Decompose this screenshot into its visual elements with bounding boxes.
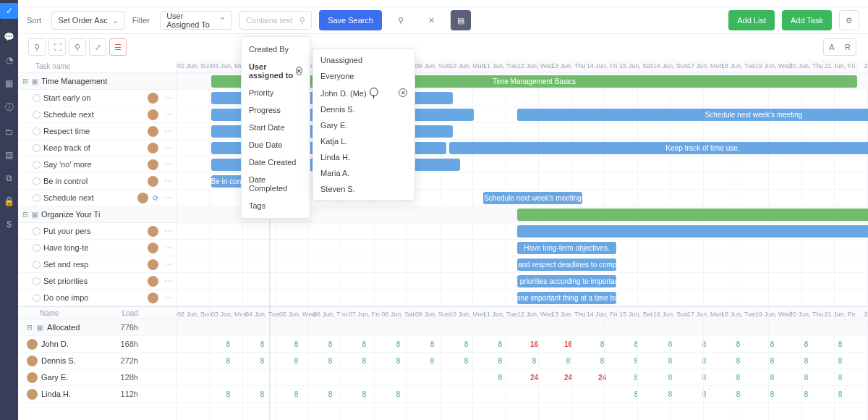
nav-money-icon[interactable]: $ [7, 219, 12, 230]
zoom-out-icon[interactable]: ⚲ [69, 38, 86, 56]
group-row[interactable]: ⊟▣Organize Your Ti [18, 206, 176, 223]
filter-menu-item[interactable]: Created By [242, 41, 310, 58]
checkmark-icon[interactable] [33, 261, 41, 269]
alloc-row[interactable]: John D.168h [18, 336, 176, 353]
search-input[interactable]: Contains text ⚲ [239, 11, 312, 30]
fullscreen-icon[interactable]: ⤢ [89, 38, 106, 56]
user-filter-menu[interactable]: UnassignedEveryoneJohn D. (Me)✕Dennis S.… [312, 49, 415, 201]
user-menu-item[interactable]: Linda H. [313, 149, 414, 165]
gantt-bar[interactable]: Set and respect deadlines to complete [517, 259, 616, 271]
nav-clock-icon[interactable]: ◔ [6, 55, 13, 65]
filter-dropdown[interactable]: User Assigned To ⌃ [160, 11, 232, 30]
user-menu-item[interactable]: Everyone [313, 68, 414, 84]
nav-lock-icon[interactable]: 🔒 [4, 196, 14, 206]
checkmark-icon[interactable] [33, 194, 41, 202]
user-menu-item[interactable]: Katja L. [313, 133, 414, 149]
group-row[interactable]: ⊟▣Time Management [18, 73, 176, 90]
view-toggle[interactable]: A R [823, 38, 856, 56]
more-icon[interactable]: ⋯ [164, 243, 174, 253]
more-icon[interactable]: ⋯ [164, 143, 174, 153]
task-row[interactable]: Set and resp⋯ [18, 256, 176, 273]
task-row[interactable]: Do one impo⋯ [18, 290, 176, 306]
checkmark-icon[interactable] [33, 94, 41, 102]
task-row[interactable]: Set priorities⋯ [18, 273, 176, 290]
more-icon[interactable]: ⋯ [164, 109, 174, 119]
toggle-r[interactable]: R [840, 39, 856, 55]
nav-info-icon[interactable]: ⓘ [5, 101, 14, 114]
task-row[interactable]: Say 'no' more⋯ [18, 156, 176, 173]
gantt-bar[interactable]: Schedule next week's meeting [483, 192, 582, 204]
remove-icon[interactable]: ✕ [296, 67, 302, 75]
user-menu-item[interactable]: John D. (Me)✕ [313, 84, 414, 101]
task-row[interactable]: Schedule next⟳⋯ [18, 190, 176, 206]
filter-field-menu[interactable]: Created ByUser assigned to✕PriorityProgr… [241, 36, 310, 219]
add-list-button[interactable]: Add List [728, 10, 775, 30]
checkmark-icon[interactable] [33, 127, 41, 135]
task-row[interactable]: Put your pers⋯ [18, 223, 176, 240]
user-menu-item[interactable]: Gary E. [313, 117, 414, 133]
more-icon[interactable]: ⋯ [164, 176, 174, 186]
checkmark-icon[interactable] [33, 161, 41, 169]
user-menu-item[interactable]: Unassigned [313, 52, 414, 68]
gantt-bar[interactable] [517, 209, 868, 221]
filter-menu-item[interactable]: Date Completed [242, 171, 310, 197]
gantt-bar[interactable]: Set priorities according to importance [517, 275, 616, 287]
nav-chart-icon[interactable]: ▤ [5, 150, 13, 160]
checkmark-icon[interactable] [33, 111, 41, 119]
clear-filter-icon[interactable]: ✕ [420, 10, 443, 30]
zoom-fit-icon[interactable]: ⛶ [48, 38, 66, 56]
filter-menu-item[interactable]: User assigned to✕ [242, 58, 310, 84]
more-icon[interactable]: ⋯ [164, 93, 174, 103]
more-icon[interactable]: ⋯ [164, 226, 174, 236]
nav-chat-icon[interactable]: 💬 [4, 32, 14, 42]
list-view-icon[interactable]: ☰ [109, 38, 127, 56]
nav-folder-icon[interactable]: 🗀 [5, 127, 14, 137]
filter-menu-item[interactable]: Start Date [242, 119, 310, 136]
task-row[interactable]: Have long-te⋯ [18, 240, 176, 256]
remove-icon[interactable]: ✕ [399, 88, 407, 97]
more-icon[interactable]: ⋯ [164, 276, 174, 286]
user-menu-item[interactable]: Maria A. [313, 165, 414, 181]
more-icon[interactable]: ⋯ [164, 159, 174, 169]
sort-dropdown[interactable]: Set Order Asc ⌄ [51, 11, 124, 30]
gantt-bar[interactable]: Have long-term objectives. [517, 242, 616, 254]
gantt-bar[interactable]: Do one important thing at a time but m [517, 292, 616, 304]
checkmark-icon[interactable] [33, 294, 41, 302]
filter-menu-item[interactable]: Progress [242, 101, 310, 119]
task-row[interactable]: Be in control⋯ [18, 173, 176, 190]
alloc-group-row[interactable]: ⊟▣Allocated776h [18, 319, 176, 336]
task-row[interactable]: Keep track of⋯ [18, 140, 176, 156]
search-action-icon[interactable]: ⚲ [389, 10, 412, 30]
filter-menu-item[interactable]: Tags [242, 197, 310, 214]
more-icon[interactable]: ⋯ [164, 259, 174, 269]
task-row[interactable]: Start early on⋯ [18, 90, 176, 106]
gantt-bar[interactable]: Schedule next week's meeting [517, 109, 868, 121]
task-row[interactable]: Schedule next⋯ [18, 106, 176, 123]
save-search-button[interactable]: Save Search [319, 10, 382, 30]
more-icon[interactable]: ⋯ [164, 193, 174, 203]
checkmark-icon[interactable] [33, 177, 41, 185]
nav-calendar-icon[interactable]: ▦ [5, 78, 13, 88]
alloc-row[interactable]: Gary E.128h [18, 369, 176, 386]
toggle-a[interactable]: A [824, 39, 840, 55]
checkmark-icon[interactable] [33, 227, 41, 235]
zoom-in-icon[interactable]: ⚲ [28, 38, 46, 56]
user-menu-item[interactable]: Steven S. [313, 181, 414, 197]
more-icon[interactable]: ⋯ [164, 126, 174, 136]
gantt-bar[interactable] [517, 225, 868, 238]
checkmark-icon[interactable] [33, 144, 41, 152]
task-row[interactable]: Respect time⋯ [18, 123, 176, 140]
export-button[interactable]: ▤ [451, 10, 471, 30]
filter-menu-item[interactable]: Due Date [242, 136, 310, 154]
settings-button[interactable]: ⚙ [839, 10, 859, 30]
user-menu-item[interactable]: Dennis S. [313, 101, 414, 117]
checkmark-icon[interactable] [33, 277, 41, 285]
gantt-bar[interactable]: Keep track of time use. [449, 142, 868, 154]
nav-contact-icon[interactable]: ⧉ [6, 173, 12, 183]
alloc-row[interactable]: Dennis S.272h [18, 353, 176, 369]
checkmark-icon[interactable] [33, 244, 41, 252]
collapse-icon[interactable]: ⊟ [22, 77, 28, 85]
filter-menu-item[interactable]: Priority [242, 84, 310, 101]
alloc-row[interactable]: Linda H.112h [18, 386, 176, 403]
filter-menu-item[interactable]: Date Created [242, 154, 310, 171]
